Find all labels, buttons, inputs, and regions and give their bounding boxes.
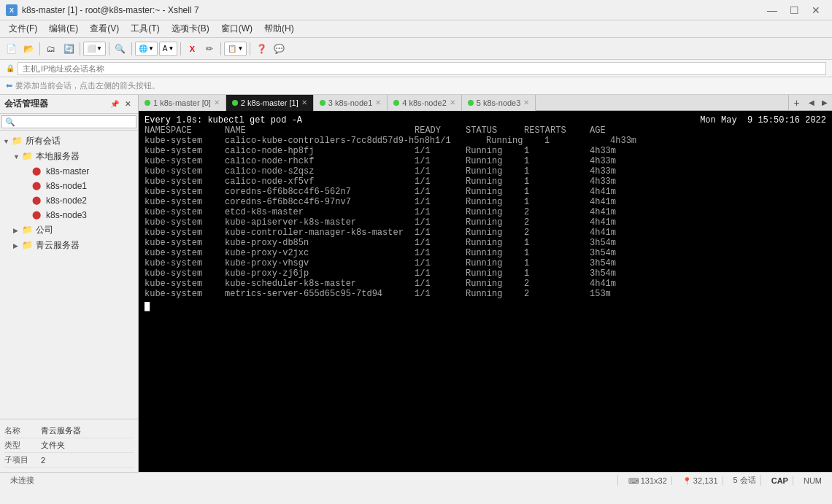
menu-item-文件F[interactable]: 文件(F) [3,21,43,36]
folder-icon: 📁 [22,151,34,163]
terminal-row: kube-systemkube-proxy-zj6jp1/1Running13h… [145,268,826,279]
tab-close-button[interactable]: ✕ [301,98,307,106]
tab-label: 5 k8s-node3 [477,98,521,107]
minimize-button[interactable]: — [762,3,782,18]
tree-item-label: k8s-node2 [46,195,87,206]
help-button[interactable]: ❓ [253,41,269,57]
close-button[interactable]: ✕ [806,3,826,18]
menu-item-工具T[interactable]: 工具(T) [125,21,165,36]
lock-icon: 🔒 [6,64,15,72]
toolbar: 📄 📂 🗂 🔄 ⬜ ▼ 🔍 🌐 ▼ A ▼ X ✏ 📋 ▼ ❓ 💬 [0,38,832,60]
sidebar-search[interactable] [1,115,136,128]
tab-prev-button[interactable]: ◀ [806,96,817,109]
window-controls: — ☐ ✕ [762,3,826,18]
session-hint: 要添加当前会话，点击左侧的箭头按钮。 [15,80,160,91]
maximize-button[interactable]: ☐ [784,3,804,18]
chat-button[interactable]: 💬 [271,41,287,57]
tab-close-button[interactable]: ✕ [375,98,381,106]
encoding-dropdown[interactable]: 🌐 ▼ [135,42,158,56]
open-button[interactable]: 📂 [20,41,36,57]
tab-1[interactable]: 1 k8s-master [0]✕ [139,95,226,111]
tree-item-label: k8s-master [46,166,89,177]
tab-close-button[interactable]: ✕ [450,98,455,106]
add-tab-button[interactable]: + [788,95,804,111]
menu-item-编辑E[interactable]: 编辑(E) [43,21,84,36]
sidebar-item-k8s-node2[interactable]: ⬤k8s-node2 [0,193,138,208]
tree-arrow: ▶ [13,227,22,234]
sidebar-controls: 📌 ✕ [109,98,134,110]
sidebar-item-k8s-master[interactable]: ⬤k8s-master [0,164,138,179]
sidebar: 会话管理器 📌 ✕ ▼📁所有会话▼📁本地服务器⬤k8s-master⬤k8s-n… [0,95,139,472]
session-bar: ⬅ 要添加当前会话，点击左侧的箭头按钮。 [0,77,832,95]
tab-2[interactable]: 2 k8s-master [1]✕ [226,95,314,111]
terminal-row: kube-systemkube-proxy-db85n1/1Running13h… [145,238,826,248]
terminal-row: kube-systemcalico-node-s2qsz1/1Running14… [145,166,826,177]
folder-icon: 📁 [12,136,23,147]
refresh-button[interactable]: 🔄 [61,41,77,57]
toolbar-separator-4 [131,42,132,55]
num-indicator: NUM [799,476,826,485]
more-dropdown[interactable]: 📋 ▼ [224,42,247,56]
layout-dropdown[interactable]: ⬜ ▼ [83,42,106,56]
terminal-command-line: Every 1.0s: kubectl get pod -AMon May 9 … [145,115,826,125]
terminal-row: kube-systemcalico-node-hp8fj1/1Running14… [145,146,826,156]
toolbar-separator-6 [220,42,221,55]
tab-next-button[interactable]: ▶ [819,96,831,109]
tab-5[interactable]: 5 k8s-node3✕ [462,95,536,111]
toolbar-separator-3 [109,42,109,55]
terminal-row: kube-systemkube-apiserver-k8s-master1/1R… [145,217,826,228]
server-icon: ⬤ [32,180,44,192]
tree-arrow: ▼ [3,138,12,145]
xftp-button[interactable]: X [184,41,200,57]
address-input[interactable] [18,62,826,75]
menu-bar: 文件(F)编辑(E)查看(V)工具(T)选项卡(B)窗口(W)帮助(H) [0,20,832,38]
menu-item-帮助H[interactable]: 帮助(H) [258,21,300,36]
sidebar-pin-button[interactable]: 📌 [109,98,120,110]
server-icon: ⬤ [32,195,44,206]
prop-label: 类型 [4,440,41,451]
tab-status-dot [145,100,150,106]
terminal-command: Every 1.0s: kubectl get pod -A [145,115,302,125]
sidebar-tree: ▼📁所有会话▼📁本地服务器⬤k8s-master⬤k8s-node1⬤k8s-n… [0,131,138,419]
tree-item-label: k8s-node3 [46,210,87,220]
menu-item-选项卡B[interactable]: 选项卡(B) [166,21,215,36]
sidebar-item-本地服务器[interactable]: ▼📁本地服务器 [0,149,138,164]
session-manager-button[interactable]: 🗂 [43,41,59,57]
prop-label: 子项目 [4,454,41,465]
prop-value: 文件夹 [41,440,65,451]
terminal-row: kube-systemkube-controller-manager-k8s-m… [145,228,826,238]
menu-item-查看V[interactable]: 查看(V) [84,21,125,36]
sidebar-close-button[interactable]: ✕ [122,98,134,110]
sidebar-item-k8s-node3[interactable]: ⬤k8s-node3 [0,208,138,222]
new-session-button[interactable]: 📄 [3,41,19,57]
search-button[interactable]: 🔍 [112,41,128,57]
tab-close-button[interactable]: ✕ [214,98,220,106]
sidebar-item-青云服务器[interactable]: ▶📁青云服务器 [0,238,138,253]
tab-label: 4 k8s-node2 [402,98,447,107]
content-area: 1 k8s-master [0]✕2 k8s-master [1]✕3 k8s-… [139,95,832,472]
sidebar-title: 会话管理器 [4,98,48,110]
address-bar: 🔒 [0,60,832,77]
compose-button[interactable]: ✏ [201,41,217,57]
menu-item-窗口W[interactable]: 窗口(W) [215,21,258,36]
tab-close-button[interactable]: ✕ [523,98,529,106]
prop-row-名称: 名称青云服务器 [4,424,134,438]
properties-panel: 名称青云服务器类型文件夹子项目2 [0,419,138,472]
terminal-row: kube-systemcalico-node-rhckf1/1Running14… [145,156,826,166]
sidebar-item-k8s-node1[interactable]: ⬤k8s-node1 [0,179,138,193]
tab-bar: 1 k8s-master [0]✕2 k8s-master [1]✕3 k8s-… [139,95,832,111]
terminal-row: kube-systemcoredns-6f6b8cc4f6-97nv71/1Ru… [145,197,826,207]
font-dropdown[interactable]: A ▼ [159,42,178,56]
window-title: k8s-master [1] - root@k8s-master:~ - Xsh… [22,5,199,15]
tree-arrow: ▼ [13,153,22,160]
main-layout: 会话管理器 📌 ✕ ▼📁所有会话▼📁本地服务器⬤k8s-master⬤k8s-n… [0,95,832,472]
tab-status-dot [320,100,326,106]
toolbar-separator-1 [39,42,40,55]
sidebar-item-公司[interactable]: ▶📁公司 [0,222,138,238]
tab-3[interactable]: 3 k8s-node1✕ [314,95,388,111]
title-bar: X k8s-master [1] - root@k8s-master:~ - X… [0,0,832,20]
tab-label: 2 k8s-master [1] [241,98,298,107]
tab-4[interactable]: 4 k8s-node2✕ [388,95,462,111]
terminal[interactable]: Every 1.0s: kubectl get pod -AMon May 9 … [139,111,832,472]
sidebar-item-所有会话[interactable]: ▼📁所有会话 [0,133,138,149]
